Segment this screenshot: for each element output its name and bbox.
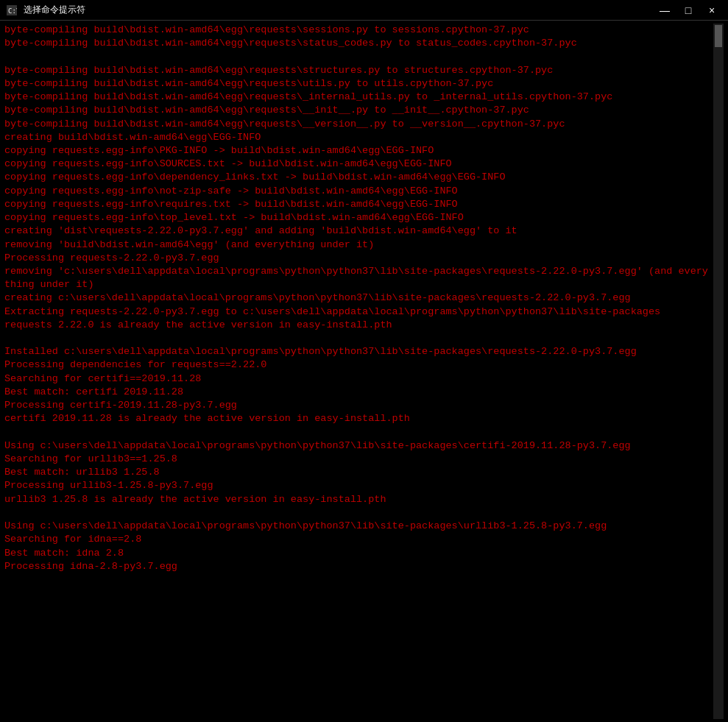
title-bar-controls: — □ × — [654, 3, 722, 18]
window-title: 选择命令提示符 — [24, 4, 85, 16]
terminal-output: byte-compiling build\bdist.win-amd64\egg… — [4, 24, 713, 719]
scrollbar[interactable] — [713, 24, 724, 719]
terminal-icon: C:\ — [6, 4, 18, 16]
svg-text:C:\: C:\ — [8, 7, 17, 15]
window: C:\ 选择命令提示符 — □ × byte-compiling build\b… — [0, 0, 728, 722]
close-button[interactable]: × — [702, 3, 722, 18]
minimize-button[interactable]: — — [654, 3, 675, 18]
maximize-button[interactable]: □ — [678, 3, 699, 18]
title-bar: C:\ 选择命令提示符 — □ × — [0, 0, 728, 21]
terminal-body: byte-compiling build\bdist.win-amd64\egg… — [0, 21, 728, 722]
scrollbar-thumb[interactable] — [715, 25, 722, 47]
title-bar-left: C:\ 选择命令提示符 — [6, 4, 85, 16]
